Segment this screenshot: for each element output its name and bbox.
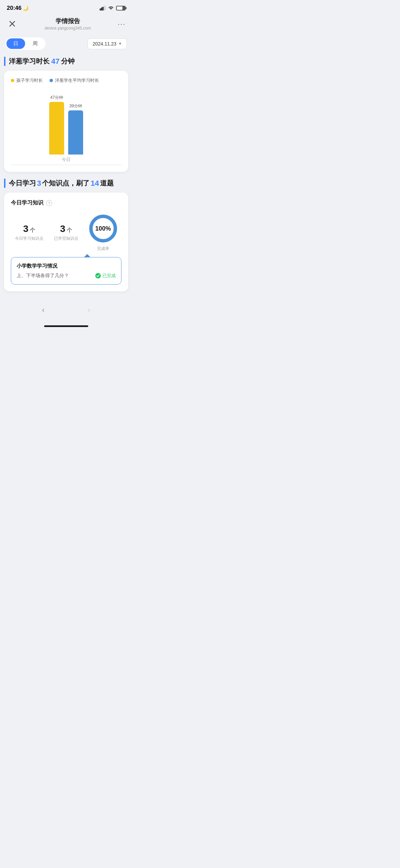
bar-col-blue: 39分钟 bbox=[68, 103, 83, 155]
section2-highlight2: 14 bbox=[91, 179, 99, 188]
stat-item-donut: 100% 完成率 bbox=[84, 213, 121, 252]
prev-arrow[interactable]: ‹ bbox=[35, 303, 51, 317]
knowledge-card-title: 今日学习知识 ? bbox=[11, 199, 121, 206]
svg-rect-4 bbox=[105, 6, 106, 11]
status-bar: 20:46 🌙 71 bbox=[0, 0, 132, 14]
sub-card: 小学数学学习情况 上、下半场各得了几分？ 已完成 bbox=[11, 257, 121, 285]
chart-area: 47分钟 39分钟 今日 bbox=[11, 90, 121, 165]
stat1-label: 今日学习知识点 bbox=[11, 236, 48, 241]
sub-card-question: 上、下半场各得了几分？ bbox=[17, 273, 69, 279]
svg-rect-0 bbox=[100, 8, 101, 11]
wifi-icon bbox=[108, 6, 114, 11]
donut-text: 100% bbox=[95, 225, 111, 232]
donut-label: 完成率 bbox=[84, 246, 121, 252]
section1-highlight: 47 bbox=[51, 57, 59, 66]
stat2-number: 3 bbox=[60, 223, 65, 234]
status-badge: 已完成 bbox=[95, 273, 116, 279]
svg-rect-2 bbox=[102, 7, 103, 11]
moon-icon: 🌙 bbox=[23, 5, 28, 11]
bar-blue bbox=[68, 110, 83, 155]
status-time: 20:46 bbox=[7, 5, 21, 12]
tab-date-row: 日 周 2024.11.23 ▼ bbox=[0, 35, 132, 54]
nav-subtitle: device.yangcong345.com bbox=[45, 26, 91, 31]
section2-highlight1: 3 bbox=[37, 179, 41, 188]
knowledge-card: 今日学习知识 ? 3 个 今日学习知识点 3 个 已学完知识点 100 bbox=[4, 193, 128, 291]
legend-label-2: 洋葱学生平均学习时长 bbox=[55, 77, 99, 84]
check-icon bbox=[95, 273, 101, 278]
sub-card-row: 上、下半场各得了几分？ 已完成 bbox=[17, 273, 116, 279]
stat-item-2: 3 个 已学完知识点 bbox=[48, 223, 85, 241]
section1-suffix: 分钟 bbox=[61, 57, 75, 66]
donut-chart: 100% bbox=[88, 213, 118, 244]
section2-prefix: 今日学习 bbox=[9, 179, 36, 188]
legend-item-1: 孩子学习时长 bbox=[11, 77, 43, 84]
sub-card-triangle bbox=[84, 254, 91, 257]
stat2-label: 已学完知识点 bbox=[48, 236, 85, 241]
battery-icon: 71 bbox=[116, 6, 126, 11]
nav-center: 学情报告 device.yangcong345.com bbox=[45, 17, 91, 31]
legend-item-2: 洋葱学生平均学习时长 bbox=[50, 77, 99, 84]
svg-rect-1 bbox=[101, 7, 102, 11]
bar-label-yellow: 47分钟 bbox=[50, 95, 63, 101]
bar-yellow bbox=[49, 102, 64, 155]
stat1-number: 3 bbox=[23, 223, 28, 234]
stat-item-1: 3 个 今日学习知识点 bbox=[11, 223, 48, 241]
chart-x-label: 今日 bbox=[62, 157, 71, 163]
home-indicator bbox=[44, 325, 88, 327]
section2-middle: 个知识点，刷了 bbox=[42, 179, 90, 188]
sub-card-title: 小学数学学习情况 bbox=[17, 263, 116, 269]
section2-title: 今日学习 3 个知识点，刷了 14 道题 bbox=[4, 179, 128, 188]
legend-label-1: 孩子学习时长 bbox=[16, 77, 43, 84]
dropdown-icon: ▼ bbox=[118, 42, 122, 46]
stat2-number-row: 3 个 bbox=[48, 223, 85, 234]
close-button[interactable] bbox=[7, 18, 18, 29]
info-icon[interactable]: ? bbox=[46, 200, 52, 206]
date-picker-button[interactable]: 2024.11.23 ▼ bbox=[88, 38, 127, 49]
stat2-unit: 个 bbox=[67, 227, 72, 233]
knowledge-card-title-text: 今日学习知识 bbox=[11, 199, 43, 206]
nav-title: 学情报告 bbox=[45, 17, 91, 25]
section1-title: 洋葱学习时长 47 分钟 bbox=[4, 57, 128, 66]
status-icons: 71 bbox=[100, 6, 126, 11]
date-value: 2024.11.23 bbox=[93, 41, 116, 47]
chart-card: 孩子学习时长 洋葱学生平均学习时长 47分钟 39分钟 今日 bbox=[4, 71, 128, 172]
section2-suffix: 道题 bbox=[100, 179, 114, 188]
signal-icon bbox=[100, 6, 106, 11]
next-arrow[interactable]: › bbox=[81, 303, 97, 317]
svg-rect-3 bbox=[104, 6, 105, 11]
bar-label-blue: 39分钟 bbox=[69, 103, 82, 109]
tab-day[interactable]: 日 bbox=[6, 38, 25, 49]
top-nav: 学情报告 device.yangcong345.com ··· bbox=[0, 14, 132, 35]
status-text: 已完成 bbox=[102, 273, 116, 279]
more-button[interactable]: ··· bbox=[118, 20, 126, 28]
stat1-number-row: 3 个 bbox=[11, 223, 48, 234]
tab-group: 日 周 bbox=[5, 37, 45, 50]
stats-row: 3 个 今日学习知识点 3 个 已学完知识点 100% 完成率 bbox=[11, 213, 121, 252]
bar-wrapper: 47分钟 39分钟 bbox=[49, 95, 83, 155]
bar-col-yellow: 47分钟 bbox=[49, 95, 64, 155]
legend-dot-yellow bbox=[11, 79, 14, 82]
chart-legend: 孩子学习时长 洋葱学生平均学习时长 bbox=[11, 77, 121, 84]
bottom-nav: ‹ › bbox=[0, 298, 132, 322]
section1-prefix: 洋葱学习时长 bbox=[9, 57, 50, 66]
legend-dot-blue bbox=[50, 79, 53, 82]
stat1-unit: 个 bbox=[30, 227, 35, 233]
tab-week[interactable]: 周 bbox=[26, 38, 44, 49]
